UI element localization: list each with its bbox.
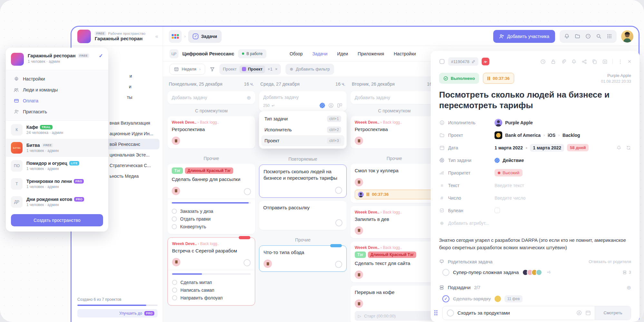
tab-overview[interactable]: Обзор xyxy=(290,51,303,56)
menu-item-settings[interactable]: Настройки xyxy=(6,73,108,84)
parent-task-row[interactable]: Супер-пупер сложная задача +6 3 xyxy=(442,269,631,276)
task-card-deploy[interactable]: Weeek Deve.. › Back logg.. Запилить в де… xyxy=(351,206,438,238)
apps-grid-button[interactable] xyxy=(169,30,182,43)
attachment-icon[interactable] xyxy=(561,59,566,64)
task-card-banner[interactable]: Тэг Длинный Красный Тэг Сделать баннер д… xyxy=(168,164,255,234)
task-card-coffee[interactable]: Перерыв на кофе ▷ Старт (00:00:00) xyxy=(351,286,438,322)
complete-task-circle[interactable] xyxy=(442,269,449,276)
card-subtask[interactable]: Отдать правки xyxy=(172,215,251,223)
menu-item-people[interactable]: Люди и команды xyxy=(6,84,108,95)
start-timer-button[interactable]: ▷ Старт (00:00:00) xyxy=(355,311,434,321)
help-icon[interactable]: ? xyxy=(585,33,591,39)
project-name[interactable]: Цифровой Ренессанс xyxy=(182,51,234,56)
tab-settings[interactable]: Настройки xyxy=(394,51,416,56)
active-filter-group[interactable]: Проект Проект +1 × xyxy=(219,64,281,75)
filter-chip-project[interactable]: Проект xyxy=(239,65,265,73)
menu-item-assignee[interactable]: Исполнительctrl+2 xyxy=(261,124,344,135)
menu-item-task-type[interactable]: Тип задачиctrl+1 xyxy=(261,113,344,124)
workspace-item-cafe[interactable]: К КафеTRIAL 24 человека · админ xyxy=(6,121,108,139)
field-number[interactable]: #Число Введите число xyxy=(439,192,631,204)
field-boolean[interactable]: Булеан xyxy=(439,204,631,217)
period-selector[interactable]: Неделя › xyxy=(169,64,205,75)
collapse-sidebar-icon[interactable]: « xyxy=(155,33,158,39)
task-card-meeting[interactable]: Weeek Deve.. › Back logg.. Встреча с Сер… xyxy=(168,237,255,306)
subtask-done-check[interactable]: ✓ xyxy=(442,295,449,302)
bell-icon[interactable] xyxy=(564,33,570,39)
add-filter-button[interactable]: ⊕ Добавить фильтр xyxy=(285,64,334,75)
task-card-lunch[interactable]: Что-то типа обэда xyxy=(259,245,347,272)
search-icon[interactable] xyxy=(596,33,601,39)
assignee-icon[interactable] xyxy=(328,103,334,108)
remove-filter-icon[interactable]: × xyxy=(275,67,278,71)
tab-ideas[interactable]: Идеи xyxy=(337,51,348,56)
complete-task-circle[interactable] xyxy=(447,309,454,317)
task-id-pill[interactable]: #1190478 xyxy=(448,57,478,66)
menu-item-billing[interactable]: Оплата xyxy=(6,95,108,106)
create-workspace-button[interactable]: Создать пространство xyxy=(11,214,103,226)
task-checkbox-icon[interactable] xyxy=(439,59,445,64)
card-subtask[interactable]: Конвертнуть xyxy=(172,223,251,231)
workspace-item-birthdays[interactable]: ДР Дни рождения котовPRO 1 человек · адм… xyxy=(6,193,108,211)
field-assignee[interactable]: Исполнитель Purple Apple xyxy=(439,116,631,129)
user-avatar[interactable] xyxy=(621,30,633,43)
board-view-icon[interactable] xyxy=(337,103,342,108)
nav-tasks-pill[interactable]: ✓ Задачи xyxy=(188,30,222,43)
task-card-retro[interactable]: Weeek Deve.. › Back logg.. Ретроспектива xyxy=(351,116,438,148)
apps-dots-icon[interactable] xyxy=(607,33,612,39)
task-card-tariffs-selected[interactable]: Посмотреть сколько людей на бизнесе и пе… xyxy=(259,165,347,198)
sidebar-item-fragment[interactable]: и xyxy=(130,73,132,79)
assignee-icon[interactable] xyxy=(576,310,582,316)
sidebar-item-fragment[interactable]: и xyxy=(129,84,131,89)
complete-task-circle[interactable] xyxy=(244,188,251,195)
menu-item-project[interactable]: Проектctrl+3 xyxy=(261,135,344,146)
complete-task-circle[interactable] xyxy=(335,219,342,226)
notifications-icon[interactable] xyxy=(571,59,577,64)
workspace-item-bitva[interactable]: БИТВА БитваFREE 1 человек · админ xyxy=(6,139,108,157)
upgrade-link[interactable]: Улучшить до PRO xyxy=(77,309,158,317)
complete-task-circle[interactable] xyxy=(335,261,342,268)
workspace-item-training[interactable]: Т Тренировки по лениPRO 1 человек · адми… xyxy=(6,175,108,193)
menu-item-invite[interactable]: Пригласить xyxy=(6,106,108,117)
complete-task-circle[interactable] xyxy=(244,259,251,266)
plus-circle-icon[interactable]: ⊕ xyxy=(247,95,251,101)
task-description[interactable]: Знатно сегодня угарел с разработок DARPA… xyxy=(439,236,629,251)
archive-icon[interactable] xyxy=(602,59,608,64)
task-card-sitetext[interactable]: Weeek Deve.. › Back logg.. Тэг Длинный К… xyxy=(351,242,438,282)
field-priority[interactable]: Приоритет Высокий xyxy=(439,166,631,179)
sidebar-item-fragment[interactable]: ты xyxy=(127,95,132,100)
add-member-button[interactable]: Добавить участника xyxy=(493,30,555,43)
tab-apps[interactable]: Приложения xyxy=(358,51,384,56)
field-project[interactable]: Проект Bank of America › iOS › Backlog xyxy=(439,129,631,141)
calendar-icon[interactable] xyxy=(585,310,591,316)
card-subtask[interactable]: Заказать у диза xyxy=(172,207,251,215)
field-date[interactable]: Дата 1 марта 2022 - 1 марта 2022 58 дней xyxy=(439,141,631,154)
folder-icon[interactable] xyxy=(575,33,580,39)
open-subtask-button[interactable]: Смотреть xyxy=(595,306,631,320)
add-task-input-expanded[interactable]: Добавить задачу 250 ↵ xyxy=(259,91,347,111)
field-task-type[interactable]: Тип задачи Действие xyxy=(439,154,631,166)
share-nodes-icon[interactable] xyxy=(582,59,587,64)
more-menu-icon[interactable]: ⋮ xyxy=(618,59,623,65)
task-title[interactable]: Посмотреть сколько людей на бизнесе и пе… xyxy=(439,90,620,110)
repeat-icon[interactable] xyxy=(626,145,631,150)
unlink-parent-button[interactable]: Отвязать от родителя xyxy=(589,259,631,264)
card-subtask[interactable]: Направить фолоуап xyxy=(172,294,251,302)
timer-pill[interactable]: 00:37:36 xyxy=(483,73,514,84)
field-text[interactable]: ≡Текст Введите текст xyxy=(439,179,631,192)
add-subtask-icon[interactable]: ⊕ xyxy=(627,284,631,291)
filter-funnel-icon[interactable] xyxy=(210,67,215,72)
drag-handle[interactable] xyxy=(434,310,437,316)
add-attribute-row[interactable]: ⊕Добавить атрибут... xyxy=(439,217,631,229)
project-status-pill[interactable]: В работе xyxy=(238,49,266,58)
task-type-toggle-icon[interactable] xyxy=(320,103,325,108)
task-card-mailing[interactable]: Отправить рассылку xyxy=(259,201,347,230)
tab-tasks[interactable]: Задачи xyxy=(312,51,327,56)
current-workspace-row[interactable]: Гаражный ресторан FREE 1 человек · админ… xyxy=(6,48,108,70)
card-subtask[interactable]: Сделать митап xyxy=(172,279,251,286)
boolean-checkbox[interactable] xyxy=(495,208,500,213)
subtask-row-hovered[interactable]: Сходить за продуктами Смотреть xyxy=(442,306,631,320)
close-panel-icon[interactable]: × xyxy=(628,58,631,65)
subtask-row-done[interactable]: ✓ Сделать зарядку 11 фев xyxy=(442,295,631,302)
card-subtask[interactable]: Написать самап xyxy=(172,286,251,294)
date-reminder-icon[interactable] xyxy=(616,145,621,150)
